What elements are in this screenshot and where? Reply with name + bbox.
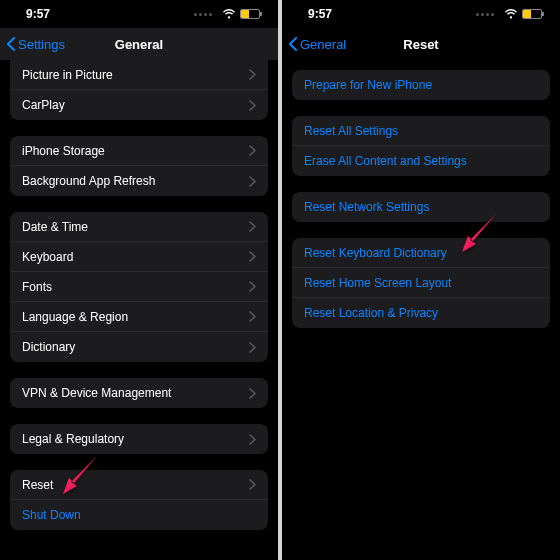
- back-button[interactable]: General: [288, 37, 346, 52]
- back-button[interactable]: Settings: [6, 37, 65, 52]
- settings-row[interactable]: Date & Time: [10, 212, 268, 242]
- row-label: Fonts: [22, 280, 52, 294]
- row-label: Language & Region: [22, 310, 128, 324]
- row-label: VPN & Device Management: [22, 386, 171, 400]
- settings-row[interactable]: iPhone Storage: [10, 136, 268, 166]
- status-time: 9:57: [308, 7, 332, 21]
- chevron-right-icon: [249, 388, 256, 399]
- nav-bar: General Reset: [282, 28, 560, 60]
- status-time: 9:57: [26, 7, 50, 21]
- screenshot-reset: 9:57 General Reset Prepare for New iPhon…: [282, 0, 560, 560]
- battery-icon: [522, 9, 542, 19]
- row-label: Prepare for New iPhone: [304, 78, 432, 92]
- settings-row[interactable]: Picture in Picture: [10, 60, 268, 90]
- settings-row[interactable]: Reset All Settings: [292, 116, 550, 146]
- row-label: Shut Down: [22, 508, 81, 522]
- settings-row[interactable]: Dictionary: [10, 332, 268, 362]
- row-label: CarPlay: [22, 98, 65, 112]
- settings-row[interactable]: Reset Network Settings: [292, 192, 550, 222]
- row-label: Background App Refresh: [22, 174, 155, 188]
- chevron-right-icon: [249, 479, 256, 490]
- status-bar: 9:57: [282, 0, 560, 28]
- row-label: iPhone Storage: [22, 144, 105, 158]
- row-label: Reset: [22, 478, 53, 492]
- page-title: General: [115, 37, 163, 52]
- settings-group: Date & TimeKeyboardFontsLanguage & Regio…: [10, 212, 268, 362]
- settings-row[interactable]: Background App Refresh: [10, 166, 268, 196]
- back-label: General: [300, 37, 346, 52]
- settings-list[interactable]: Picture in PictureCarPlayiPhone StorageB…: [0, 60, 278, 560]
- chevron-right-icon: [249, 434, 256, 445]
- settings-group: Reset Keyboard DictionaryReset Home Scre…: [292, 238, 550, 328]
- settings-group: ResetShut Down: [10, 470, 268, 530]
- row-label: Reset Home Screen Layout: [304, 276, 451, 290]
- row-label: Reset Keyboard Dictionary: [304, 246, 447, 260]
- settings-group: iPhone StorageBackground App Refresh: [10, 136, 268, 196]
- chevron-right-icon: [249, 176, 256, 187]
- settings-row[interactable]: Reset: [10, 470, 268, 500]
- chevron-right-icon: [249, 221, 256, 232]
- settings-row[interactable]: VPN & Device Management: [10, 378, 268, 408]
- settings-row[interactable]: Prepare for New iPhone: [292, 70, 550, 100]
- chevron-right-icon: [249, 145, 256, 156]
- settings-row[interactable]: Fonts: [10, 272, 268, 302]
- settings-group: Prepare for New iPhone: [292, 70, 550, 100]
- chevron-right-icon: [249, 342, 256, 353]
- settings-row[interactable]: Keyboard: [10, 242, 268, 272]
- settings-row[interactable]: Erase All Content and Settings: [292, 146, 550, 176]
- nav-bar: Settings General: [0, 28, 278, 60]
- dots-icon: [194, 13, 212, 16]
- chevron-right-icon: [249, 251, 256, 262]
- row-label: Date & Time: [22, 220, 88, 234]
- row-label: Erase All Content and Settings: [304, 154, 467, 168]
- settings-row[interactable]: Shut Down: [10, 500, 268, 530]
- settings-row[interactable]: Reset Location & Privacy: [292, 298, 550, 328]
- chevron-right-icon: [249, 281, 256, 292]
- battery-icon: [240, 9, 260, 19]
- settings-group: Reset All SettingsErase All Content and …: [292, 116, 550, 176]
- status-bar: 9:57: [0, 0, 278, 28]
- settings-row[interactable]: Legal & Regulatory: [10, 424, 268, 454]
- settings-group: Reset Network Settings: [292, 192, 550, 222]
- row-label: Dictionary: [22, 340, 75, 354]
- page-title: Reset: [403, 37, 438, 52]
- wifi-icon: [504, 9, 518, 19]
- settings-row[interactable]: CarPlay: [10, 90, 268, 120]
- settings-row[interactable]: Language & Region: [10, 302, 268, 332]
- row-label: Reset Location & Privacy: [304, 306, 438, 320]
- row-label: Reset Network Settings: [304, 200, 429, 214]
- row-label: Picture in Picture: [22, 68, 113, 82]
- settings-group: Picture in PictureCarPlay: [10, 60, 268, 120]
- settings-row[interactable]: Reset Home Screen Layout: [292, 268, 550, 298]
- row-label: Reset All Settings: [304, 124, 398, 138]
- row-label: Keyboard: [22, 250, 73, 264]
- back-label: Settings: [18, 37, 65, 52]
- row-label: Legal & Regulatory: [22, 432, 124, 446]
- settings-group: VPN & Device Management: [10, 378, 268, 408]
- reset-list[interactable]: Prepare for New iPhoneReset All Settings…: [282, 70, 560, 560]
- settings-row[interactable]: Reset Keyboard Dictionary: [292, 238, 550, 268]
- settings-group: Legal & Regulatory: [10, 424, 268, 454]
- chevron-right-icon: [249, 100, 256, 111]
- chevron-right-icon: [249, 69, 256, 80]
- screenshot-general: 9:57 Settings General Picture in Picture…: [0, 0, 278, 560]
- dots-icon: [476, 13, 494, 16]
- chevron-right-icon: [249, 311, 256, 322]
- wifi-icon: [222, 9, 236, 19]
